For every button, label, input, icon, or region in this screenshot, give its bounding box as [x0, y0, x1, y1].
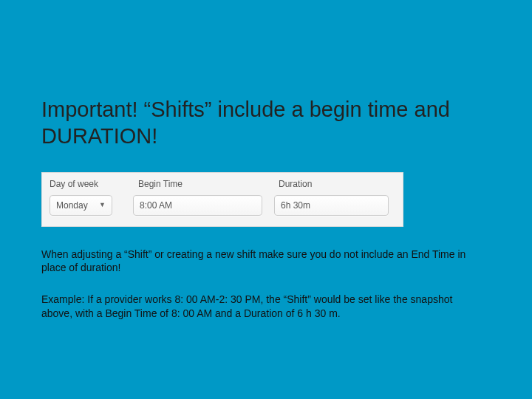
shift-form-screenshot: Day of week Begin Time Duration Monday ▼… [41, 172, 403, 227]
form-input-row: Monday ▼ 8:00 AM 6h 30m [50, 195, 395, 216]
chevron-down-icon: ▼ [99, 202, 106, 208]
day-of-week-value: Monday [56, 200, 88, 211]
duration-value: 6h 30m [281, 200, 310, 211]
header-duration: Duration [279, 179, 395, 189]
header-begin-time: Begin Time [138, 179, 279, 189]
paragraph-warning: When adjusting a “Shift” or creating a n… [41, 248, 470, 276]
slide-content: Important! “Shifts” include a begin time… [0, 0, 532, 321]
header-day-of-week: Day of week [50, 179, 138, 189]
day-of-week-select[interactable]: Monday ▼ [50, 195, 112, 216]
form-header-row: Day of week Begin Time Duration [50, 179, 395, 189]
duration-input[interactable]: 6h 30m [274, 195, 389, 216]
begin-time-input[interactable]: 8:00 AM [133, 195, 262, 216]
slide-title: Important! “Shifts” include a begin time… [41, 96, 491, 150]
paragraph-example: Example: If a provider works 8: 00 AM-2:… [41, 293, 470, 321]
begin-time-value: 8:00 AM [140, 200, 172, 211]
